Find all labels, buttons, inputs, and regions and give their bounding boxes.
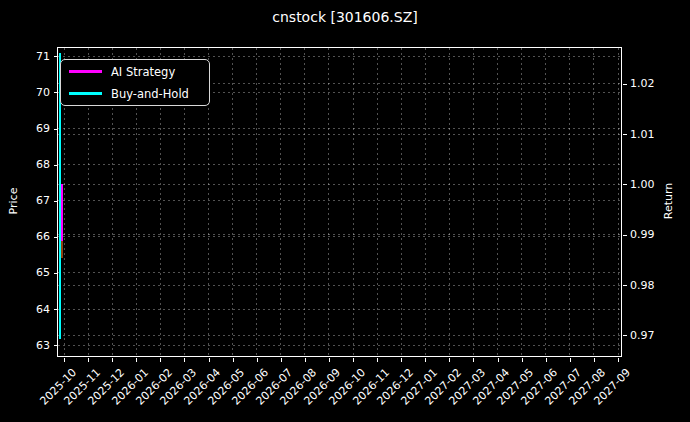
right-axis-title: Return — [662, 151, 676, 251]
horizontal-gridline-return — [58, 285, 621, 286]
chart-window: cnstock [301606.SZ] AI Strategy Buy-and-… — [0, 0, 690, 422]
x-tick-mark — [498, 358, 499, 362]
vertical-gridline — [401, 48, 402, 356]
x-tick-mark — [473, 358, 474, 362]
x-tick-mark — [594, 358, 595, 362]
x-tick-mark — [401, 358, 402, 362]
x-tick-mark — [449, 358, 450, 362]
x-tick-mark — [353, 358, 354, 362]
plot-area: AI Strategy Buy-and-Hold — [57, 47, 622, 357]
return-tick-label: 0.99 — [630, 228, 655, 242]
horizontal-gridline-return — [58, 335, 621, 336]
x-tick-mark — [112, 358, 113, 362]
series-line-ai-strategy — [61, 184, 63, 240]
chart-title: cnstock [301606.SZ] — [0, 9, 690, 25]
return-tick-mark — [623, 84, 627, 85]
vertical-gridline — [618, 48, 619, 356]
vertical-gridline — [232, 48, 233, 356]
return-tick-mark — [623, 134, 627, 135]
x-tick-mark — [377, 358, 378, 362]
ai-strategy-line-sample-icon — [69, 70, 102, 73]
vertical-gridline — [425, 48, 426, 356]
price-tick-label: 70 — [0, 86, 50, 100]
x-tick-mark — [257, 358, 258, 362]
return-tick-label: 0.97 — [630, 329, 655, 343]
return-tick-label: 1.00 — [630, 178, 655, 192]
price-tick-label: 67 — [0, 194, 50, 208]
x-tick-mark — [618, 358, 619, 362]
horizontal-gridline-price — [58, 56, 621, 57]
return-tick-mark — [623, 285, 627, 286]
x-tick-mark — [281, 358, 282, 362]
price-tick-label: 69 — [0, 122, 50, 136]
x-tick-mark — [184, 358, 185, 362]
return-tick-mark — [623, 184, 627, 185]
vertical-gridline — [593, 48, 594, 356]
price-tick-mark — [54, 309, 58, 310]
horizontal-gridline-return — [58, 134, 621, 135]
return-tick-label: 1.02 — [630, 77, 655, 91]
vertical-gridline — [497, 48, 498, 356]
vertical-gridline — [304, 48, 305, 356]
buy-and-hold-line-sample-icon — [69, 92, 102, 95]
price-tick-mark — [54, 201, 58, 202]
horizontal-gridline-price — [58, 309, 621, 310]
x-tick-mark — [329, 358, 330, 362]
price-tick-mark — [54, 92, 58, 93]
x-tick-mark — [425, 358, 426, 362]
vertical-gridline — [521, 48, 522, 356]
legend-entry-buy-and-hold: Buy-and-Hold — [69, 86, 201, 102]
x-tick-mark — [570, 358, 571, 362]
vertical-gridline — [328, 48, 329, 356]
price-tick-mark — [54, 237, 58, 238]
horizontal-gridline-price — [58, 236, 621, 237]
horizontal-gridline-price — [58, 164, 621, 165]
price-tick-mark — [54, 273, 58, 274]
x-tick-mark — [88, 358, 89, 362]
vertical-gridline — [280, 48, 281, 356]
vertical-gridline — [377, 48, 378, 356]
return-tick-label: 1.01 — [630, 128, 655, 142]
x-tick-mark — [136, 358, 137, 362]
horizontal-gridline-price — [58, 345, 621, 346]
vertical-gridline — [256, 48, 257, 356]
price-tick-label: 63 — [0, 339, 50, 353]
horizontal-gridline-price — [58, 128, 621, 129]
price-tick-label: 66 — [0, 230, 50, 244]
legend-entry-ai-strategy: AI Strategy — [69, 64, 201, 80]
horizontal-gridline-price — [58, 200, 621, 201]
legend-box: AI Strategy Buy-and-Hold — [60, 59, 210, 106]
legend-label-buy-and-hold: Buy-and-Hold — [111, 87, 189, 101]
price-tick-label: 65 — [0, 266, 50, 280]
vertical-gridline — [569, 48, 570, 356]
horizontal-gridline-price — [58, 272, 621, 273]
price-tick-mark — [54, 165, 58, 166]
return-tick-mark — [623, 235, 627, 236]
price-tick-mark — [54, 56, 58, 57]
x-tick-mark — [64, 358, 65, 362]
return-tick-label: 0.98 — [630, 279, 655, 293]
series-line-unlabeled-dark-red-segment — [61, 241, 63, 258]
x-tick-mark — [305, 358, 306, 362]
x-tick-mark — [522, 358, 523, 362]
vertical-gridline — [449, 48, 450, 356]
price-tick-label: 71 — [0, 50, 50, 64]
horizontal-gridline-return — [58, 234, 621, 235]
vertical-gridline — [353, 48, 354, 356]
x-tick-mark — [233, 358, 234, 362]
price-tick-mark — [54, 345, 58, 346]
legend-label-ai-strategy: AI Strategy — [111, 65, 175, 79]
price-tick-label: 68 — [0, 158, 50, 172]
horizontal-gridline-return — [58, 184, 621, 185]
price-tick-mark — [54, 129, 58, 130]
vertical-gridline — [545, 48, 546, 356]
x-tick-mark — [546, 358, 547, 362]
x-tick-mark — [160, 358, 161, 362]
vertical-gridline — [473, 48, 474, 356]
return-tick-mark — [623, 335, 627, 336]
price-tick-label: 64 — [0, 303, 50, 317]
x-tick-mark — [209, 358, 210, 362]
